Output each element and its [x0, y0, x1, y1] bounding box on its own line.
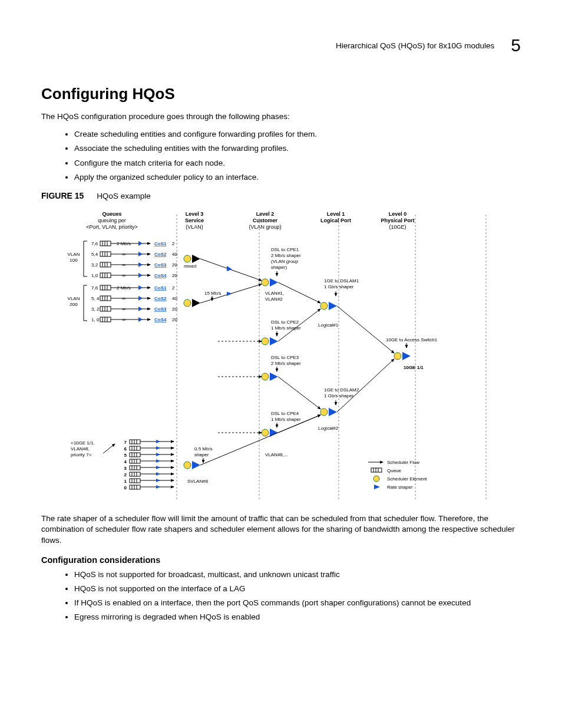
svg-marker-222	[156, 479, 160, 482]
svg-text:(VLAN group: (VLAN group	[271, 259, 299, 264]
svg-text:Physical Port: Physical Port	[381, 218, 414, 223]
header-title: Hierarchical QoS (HQoS) for 8x10G module…	[336, 41, 494, 50]
svg-text:1 Gb/s shaper: 1 Gb/s shaper	[324, 393, 354, 398]
svg-point-138	[262, 373, 269, 380]
svg-text:VLAN#8,: VLAN#8,	[71, 446, 90, 452]
svg-text:1,0: 1,0	[91, 273, 98, 278]
svg-rect-103	[100, 317, 111, 322]
svg-text:shaper: shaper	[194, 452, 209, 457]
svg-text:VLAN#2: VLAN#2	[265, 297, 283, 302]
svlan8-queues: 7 6 5 4 3 2 1 0	[124, 440, 174, 490]
svg-text:(VLAN): (VLAN)	[186, 224, 203, 230]
svg-text:3, 2: 3, 2	[91, 307, 100, 312]
svg-marker-31	[138, 241, 143, 246]
svg-text:7,6: 7,6	[91, 241, 98, 246]
legend: Scheduler Flow Queue Scheduler Element R…	[368, 460, 427, 490]
svg-text:20: 20	[172, 307, 177, 312]
svg-text:3: 3	[124, 466, 127, 471]
svg-marker-159	[329, 408, 337, 416]
considerations-list: HQoS is not supported for broadcast, mul…	[41, 569, 521, 623]
svg-text:Queue: Queue	[387, 468, 402, 473]
svg-line-153	[278, 282, 320, 303]
svg-marker-151	[329, 302, 337, 310]
svg-text:DSL to CPE3: DSL to CPE3	[271, 355, 299, 360]
chapter-number: 5	[511, 35, 521, 55]
intro-paragraph: The HQoS configuration procedure goes th…	[41, 111, 521, 122]
svg-text:5, 4: 5, 4	[91, 296, 100, 301]
svg-text:6: 6	[124, 446, 127, 452]
svg-text:Service: Service	[185, 218, 204, 223]
svg-marker-126	[227, 266, 232, 271]
svg-text:7: 7	[124, 440, 127, 445]
svg-marker-115	[192, 299, 200, 307]
svg-text:CoS3: CoS3	[154, 307, 167, 312]
section-heading: Configuring HQoS	[41, 85, 521, 103]
list-item: Create scheduling entities and configure…	[74, 129, 521, 140]
svg-rect-203	[130, 466, 140, 470]
svg-rect-224	[130, 485, 140, 489]
svg-rect-45	[100, 262, 111, 267]
svg-marker-208	[156, 466, 160, 469]
col-head-queues: Queues	[102, 211, 121, 217]
svg-line-173	[103, 444, 115, 453]
svg-text:CoS3: CoS3	[154, 262, 167, 268]
svg-text:Rate shaper: Rate shaper	[387, 485, 413, 490]
svg-line-161	[278, 377, 320, 409]
svg-text:Logical Port: Logical Port	[320, 218, 351, 223]
svg-text:0.5 Mb/s: 0.5 Mb/s	[194, 446, 213, 452]
svg-text:(VLAN group): (VLAN group)	[249, 224, 281, 230]
svg-text:1: 1	[124, 479, 127, 484]
svg-marker-215	[156, 472, 160, 476]
svg-rect-35	[100, 252, 111, 256]
svg-marker-89	[138, 296, 143, 301]
svg-text:1GE to DSLAM1: 1GE to DSLAM1	[324, 278, 359, 284]
svg-text:1 Gb/s shaper: 1 Gb/s shaper	[324, 284, 354, 289]
svg-rect-240	[371, 468, 382, 472]
phases-list: Create scheduling entities and configure…	[41, 129, 521, 183]
hqos-diagram: Queues queuing per <Port, VLAN, priority…	[41, 209, 521, 505]
figure-title: HQoS example	[97, 192, 151, 200]
svg-rect-83	[100, 296, 111, 301]
svg-text:10GE 1/1: 10GE 1/1	[404, 365, 424, 370]
svg-text:priority 7>: priority 7>	[71, 452, 92, 457]
svg-marker-41	[138, 252, 143, 256]
svg-text:DSL to CPE1: DSL to CPE1	[271, 247, 299, 252]
svg-text:40: 40	[172, 296, 177, 301]
list-item: Associate the scheduling entities with t…	[74, 143, 521, 154]
svg-rect-210	[130, 472, 140, 476]
svg-text:10GE to Access Switch1: 10GE to Access Switch1	[386, 337, 438, 342]
diagram-svg: Queues queuing per <Port, VLAN, priority…	[41, 209, 489, 503]
svg-text:(10GE): (10GE)	[389, 224, 406, 230]
svg-line-237	[200, 415, 320, 465]
figure-caption: FIGURE 15 HQoS example	[41, 191, 521, 200]
list-item: HQoS is not supported for broadcast, mul…	[74, 569, 521, 580]
svg-point-65	[184, 255, 191, 262]
svg-text:VLAN#8,...: VLAN#8,...	[265, 452, 288, 457]
svg-text:200: 200	[70, 302, 78, 307]
svg-rect-182	[130, 446, 140, 450]
svg-marker-247	[374, 485, 380, 489]
svg-text:Customer: Customer	[253, 218, 278, 223]
svg-text:VLAN: VLAN	[68, 296, 80, 301]
svg-point-158	[320, 409, 328, 416]
svg-marker-139	[270, 373, 278, 381]
svg-marker-51	[138, 262, 143, 267]
svg-text:SVLAN#8: SVLAN#8	[187, 479, 209, 484]
svg-marker-194	[156, 453, 160, 456]
svg-marker-61	[138, 273, 143, 278]
svg-text:4: 4	[124, 459, 127, 465]
vlan200-rows: 7,6 2 Mb/s CoS1 2 5, 4 ∞ CoS2 40 3, 2 ∞ …	[91, 285, 177, 322]
svg-text:CoS4: CoS4	[154, 273, 167, 278]
svg-marker-109	[138, 317, 143, 322]
svg-rect-55	[100, 273, 111, 278]
svg-text:Level 3: Level 3	[186, 211, 204, 217]
svg-marker-180	[156, 440, 160, 443]
list-item: If HQoS is enabled on a interface, then …	[74, 598, 521, 608]
svg-text:CoS1: CoS1	[154, 285, 167, 291]
svg-text:<10GE 1/1,: <10GE 1/1,	[71, 440, 95, 446]
svg-text:20: 20	[172, 317, 177, 322]
vlan100-rows: 7,6 2 Mb/s CoS1 2 5,4 ∞ CoS2 40 3,2 ∞ Co…	[91, 241, 177, 278]
svg-rect-196	[130, 459, 140, 463]
svg-marker-229	[156, 485, 160, 489]
svg-text:DSL to CPE2: DSL to CPE2	[271, 319, 299, 325]
